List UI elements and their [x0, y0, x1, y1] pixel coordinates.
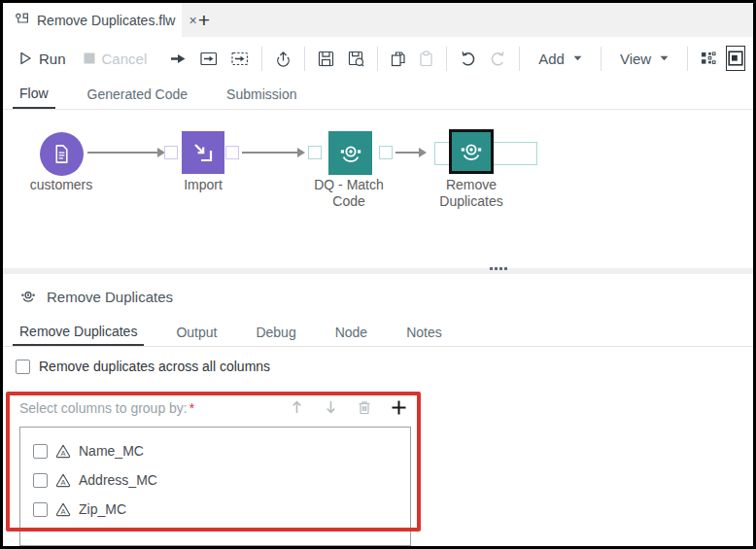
- column-name: Zip_MC: [79, 501, 126, 517]
- play-icon: [19, 51, 32, 65]
- save-icon[interactable]: [318, 48, 334, 69]
- copy-icon[interactable]: [391, 48, 405, 69]
- tab-flow[interactable]: Flow: [13, 80, 55, 109]
- cancel-button: Cancel: [84, 51, 148, 67]
- document-icon: [51, 143, 73, 165]
- tab-debug[interactable]: Debug: [249, 318, 302, 346]
- connector-arrow: [242, 152, 297, 154]
- document-tab-bar: Remove Duplicates.flw × +: [3, 3, 753, 37]
- sas-studio-flow-window: Remove Duplicates.flw × + Run Cancel: [3, 3, 753, 546]
- tab-notes[interactable]: Notes: [399, 318, 449, 346]
- column-name: Name_MC: [79, 443, 144, 459]
- group-by-label: Select columns to group by:*: [19, 400, 194, 416]
- dq-input-port[interactable]: [308, 146, 322, 159]
- redo-icon: [490, 48, 506, 69]
- chevron-down-icon: [660, 55, 669, 61]
- view-menu-button[interactable]: View: [614, 51, 674, 67]
- dq-icon: [458, 138, 485, 165]
- move-up-icon: [287, 396, 306, 418]
- undo-icon[interactable]: [460, 48, 476, 69]
- import-icon: [191, 141, 215, 164]
- move-down-icon: [321, 396, 340, 418]
- column-checkbox[interactable]: [33, 502, 48, 517]
- paste-icon: [419, 48, 433, 69]
- stop-icon: [84, 52, 95, 64]
- flow-file-icon: [15, 13, 29, 27]
- new-tab-button[interactable]: +: [182, 3, 226, 37]
- svg-text:A: A: [60, 507, 65, 516]
- group-by-toolbar: [287, 396, 408, 418]
- connector-arrow: [395, 152, 419, 154]
- node-label: DQ - Match Code: [302, 177, 395, 210]
- panel-header: Remove Duplicates: [19, 288, 173, 305]
- list-item[interactable]: A Address_MC: [20, 465, 410, 495]
- panel-tab-strip: Remove Duplicates Output Debug Node Note…: [3, 318, 753, 347]
- node-view-icon[interactable]: [728, 48, 743, 69]
- dq-icon: [19, 288, 37, 305]
- node-label: customers: [13, 177, 110, 193]
- run-button[interactable]: Run: [19, 51, 66, 67]
- run-to-selection-icon[interactable]: [200, 48, 218, 69]
- tab-remove-duplicates[interactable]: Remove Duplicates: [13, 318, 144, 346]
- editor-tab-strip: Flow Generated Code Submission: [3, 80, 753, 110]
- node-label: Remove Duplicates: [425, 177, 518, 210]
- flow-toolbar: Run Cancel: [3, 37, 753, 80]
- group-by-column-list[interactable]: A Name_MC A Address_MC A Z: [19, 427, 411, 546]
- node-customers[interactable]: [40, 132, 84, 176]
- column-name: Address_MC: [79, 472, 157, 488]
- chevron-down-icon: [573, 55, 582, 61]
- svg-text:A: A: [60, 478, 65, 487]
- all-columns-checkbox[interactable]: [16, 360, 30, 374]
- column-checkbox[interactable]: [33, 473, 48, 488]
- import-input-port[interactable]: [164, 146, 178, 159]
- add-menu-button[interactable]: Add: [533, 51, 588, 67]
- column-checkbox[interactable]: [33, 444, 48, 459]
- auto-arrange-icon[interactable]: [701, 48, 716, 69]
- tab-node[interactable]: Node: [328, 318, 374, 346]
- svg-text:A: A: [60, 449, 65, 458]
- node-dq-match-code[interactable]: [328, 131, 372, 175]
- all-columns-label: Remove duplicates across all columns: [39, 359, 270, 374]
- list-item[interactable]: A Name_MC: [20, 436, 410, 465]
- run-from-selection-icon[interactable]: [231, 48, 249, 69]
- add-column-icon[interactable]: [389, 396, 408, 418]
- node-import[interactable]: [182, 131, 224, 174]
- node-label: Import: [155, 177, 252, 193]
- list-item[interactable]: A Zip_MC: [20, 495, 410, 524]
- all-columns-option: Remove duplicates across all columns: [16, 359, 270, 374]
- flow-canvas[interactable]: customers Import DQ - Match Code Remove …: [3, 110, 753, 264]
- tab-output[interactable]: Output: [169, 318, 223, 346]
- tab-generated-code[interactable]: Generated Code: [81, 80, 195, 109]
- export-icon[interactable]: [275, 48, 292, 69]
- tab-title: Remove Duplicates.flw: [37, 13, 175, 28]
- tab-submission[interactable]: Submission: [220, 80, 303, 109]
- character-column-icon: A: [55, 472, 71, 488]
- node-remove-duplicates[interactable]: [449, 129, 494, 174]
- save-all-icon[interactable]: [348, 48, 364, 69]
- character-column-icon: A: [55, 443, 71, 459]
- dq-icon: [337, 140, 364, 167]
- import-output-port[interactable]: [225, 146, 239, 159]
- panel-title: Remove Duplicates: [47, 289, 173, 305]
- panel-splitter[interactable]: [3, 264, 753, 277]
- required-marker: *: [189, 400, 194, 416]
- run-selected-icon[interactable]: [170, 48, 187, 69]
- connector-arrow: [87, 152, 157, 154]
- delete-icon: [355, 396, 374, 418]
- character-column-icon: A: [55, 501, 71, 517]
- splitter-handle-icon[interactable]: [490, 267, 507, 270]
- tab-remove-duplicates-flw[interactable]: Remove Duplicates.flw ×: [3, 3, 182, 37]
- dq-output-port[interactable]: [379, 146, 393, 159]
